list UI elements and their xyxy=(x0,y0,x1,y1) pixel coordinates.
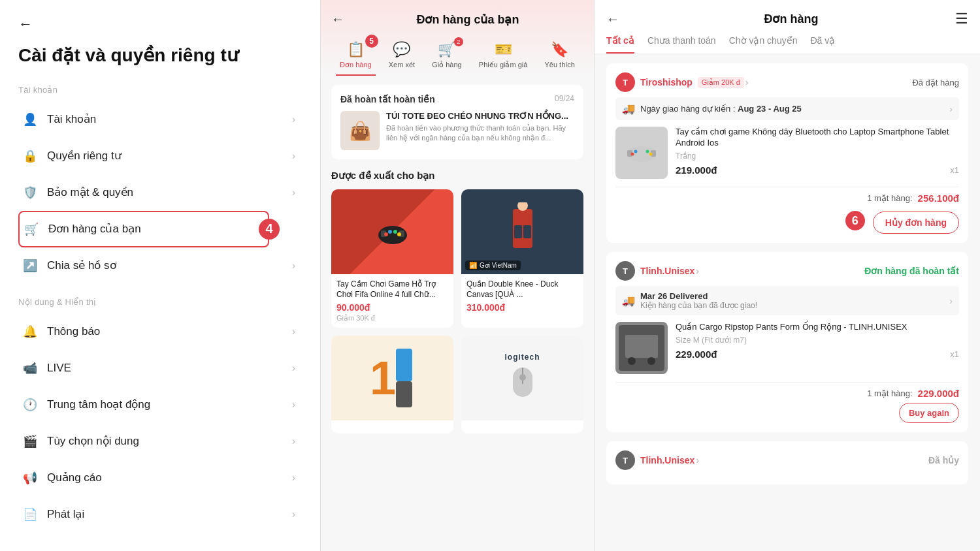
delivery-row-1[interactable]: 🚚 Ngày giao hàng dự kiến : Aug 23 - Aug … xyxy=(615,97,959,120)
video-icon: 📹 xyxy=(21,359,39,377)
menu-item-label: Tùy chọn nội dung xyxy=(47,434,292,448)
menu-item-tai-khoan[interactable]: 👤 Tài khoản › xyxy=(18,101,302,138)
total-label-1: 1 mặt hàng: xyxy=(867,193,912,203)
settings-back-button[interactable]: ← xyxy=(18,16,33,33)
product-info-2: Quần Cargo Ripstop Pants Form Ống Rộng -… xyxy=(676,322,959,360)
product-variant-1: Trắng xyxy=(676,151,959,161)
product-price-detail-2: 229.000đ xyxy=(676,349,717,360)
tab-da-van[interactable]: Đã vậ xyxy=(810,35,835,54)
detail-menu-button[interactable]: ☰ xyxy=(955,10,968,27)
tab-don-hang[interactable]: 📋 Đơn hàng 5 xyxy=(336,36,376,76)
menu-item-phat-lai[interactable]: 📄 Phát lại › xyxy=(18,496,302,533)
tab-cho-van-chuyen[interactable]: Chờ vận chuyển xyxy=(729,35,798,54)
cart-tab-badge: 2 xyxy=(454,37,463,46)
menu-item-don-hang[interactable]: 🛒 Đơn hàng của bạn › 4 xyxy=(18,211,269,247)
svg-point-23 xyxy=(649,153,653,156)
delivery-icon: 🚚 xyxy=(622,102,635,115)
chevron-right-icon: › xyxy=(292,326,295,338)
menu-item-label: LIVE xyxy=(47,362,292,375)
product-info-1: Tay cầm chơi game Không dây Bluetooth ch… xyxy=(676,127,959,176)
tab-chua-thanh-toan[interactable]: Chưa thanh toán xyxy=(647,35,716,54)
shield-icon: 🛡️ xyxy=(21,183,39,202)
shop-name-3[interactable]: Tlinh.Unisex xyxy=(640,455,694,465)
orders-body: Đã hoàn tất hoàn tiền 09/24 👜 TÚI TOTE Đ… xyxy=(321,76,594,542)
product-image-4: logitech xyxy=(461,336,583,420)
chevron-right-icon: › xyxy=(292,187,295,198)
delivery-icon-2: 🚚 xyxy=(622,294,635,307)
menu-item-quang-cao[interactable]: 📢 Quảng cáo › xyxy=(18,460,302,496)
product-card-1[interactable]: Tay Cầm Chơi Game Hỗ Trợ Chơi Fifa Onlin… xyxy=(331,189,453,328)
product-qty-2: x1 xyxy=(950,349,959,359)
product-card-4[interactable]: logitech xyxy=(461,336,583,433)
product-img-box-1 xyxy=(615,127,668,179)
cancel-order-button-1[interactable]: Hủy đơn hàng xyxy=(873,212,959,234)
total-row-1: 1 mặt hàng: 256.100đ xyxy=(615,187,959,204)
shop-avatar-1: T xyxy=(615,72,635,92)
menu-item-label: Trung tâm hoạt động xyxy=(47,398,292,411)
buy-again-btn-row: Buy again xyxy=(615,403,959,423)
order-item-text: TÚI TOTE ĐEO CHÉO NHUNG TRƠN HỒNG... Đã … xyxy=(386,111,574,144)
menu-item-trung-tam[interactable]: 🕐 Trung tâm hoạt động › xyxy=(18,386,302,423)
total-row-2: 1 mặt hàng: 229.000đ xyxy=(615,382,959,399)
product-image-2: 📶 Gơi VietNam xyxy=(461,189,583,274)
tab-label: Xem xét xyxy=(389,61,415,69)
shop-avatar-2: T xyxy=(615,261,635,281)
shop-row-2: T Tlinh.Unisex › Đơn hàng đã hoàn tất xyxy=(615,261,959,281)
delivery-text-1: Ngày giao hàng dự kiến : Aug 23 - Aug 25 xyxy=(640,104,802,114)
product-card-body-2: Quần Double Knee - Duck Canvas [QUÀ ... … xyxy=(461,274,583,319)
svg-point-6 xyxy=(397,232,401,236)
menu-item-label: Quyền riêng tư xyxy=(47,149,292,163)
menu-item-bao-mat[interactable]: 🛡️ Bảo mật & quyền › xyxy=(18,174,302,211)
shop-avatar-3: T xyxy=(615,450,635,470)
delivery-row-2[interactable]: 🚚 Mar 26 Delivered Kiện hàng của bạn đã … xyxy=(615,286,959,315)
detail-body: T Tiroshishop Giảm 20K đ › Đã đặt hàng 🚚… xyxy=(595,54,980,551)
total-label-2: 1 mặt hàng: xyxy=(867,388,912,398)
chevron-right-icon: › xyxy=(292,362,295,374)
menu-item-quyen-rieng-tu[interactable]: 🔒 Quyền riêng tư › xyxy=(18,138,302,174)
tab-xem-xet[interactable]: 💬 Xem xét xyxy=(385,36,419,76)
signal-icon: 📶 xyxy=(469,262,477,269)
total-amount-2: 229.000đ xyxy=(918,388,959,399)
buy-again-button[interactable]: Buy again xyxy=(899,403,959,423)
svg-rect-25 xyxy=(625,335,658,358)
orders-title: Đơn hàng của bạn xyxy=(352,12,583,27)
order-date: 09/24 xyxy=(555,94,574,103)
menu-item-label: Tài khoản xyxy=(47,112,292,126)
menu-item-live[interactable]: 📹 LIVE › xyxy=(18,350,302,386)
share-icon: ↗️ xyxy=(21,257,39,275)
menu-item-thong-bao[interactable]: 🔔 Thông báo › xyxy=(18,313,302,350)
svg-text:1: 1 xyxy=(370,352,396,404)
shop-name-2[interactable]: Tlinh.Unisex xyxy=(640,266,694,276)
chevron-right-icon: › xyxy=(292,114,295,125)
tab-label: Đơn hàng xyxy=(340,61,372,69)
svg-point-3 xyxy=(384,232,388,236)
tab-tat-ca[interactable]: Tất cả xyxy=(606,35,634,54)
wishlist-tab-icon: 🔖 xyxy=(551,41,568,58)
bell-icon: 🔔 xyxy=(21,323,39,341)
product-card-3[interactable]: 1 xyxy=(331,336,453,433)
menu-item-chia-se[interactable]: ↗️ Chia sẻ hồ sơ › xyxy=(18,247,302,284)
chevron-right-icon: › xyxy=(292,472,295,484)
tab-gio-hang[interactable]: 🛒 Giỏ hàng 2 xyxy=(428,36,466,76)
detail-back-button[interactable]: ← xyxy=(606,12,619,27)
menu-item-label: Chia sẻ hồ sơ xyxy=(47,259,292,272)
orders-back-button[interactable]: ← xyxy=(331,12,344,27)
svg-point-26 xyxy=(628,357,636,365)
product-card-body-3 xyxy=(331,420,453,433)
cancel-badge-6: 6 xyxy=(845,211,865,230)
product-name-detail-1: Tay cầm chơi game Không dây Bluetooth ch… xyxy=(676,127,959,149)
tab-phieu-giam-gia[interactable]: 🎫 Phiếu giảm giá xyxy=(475,36,532,76)
shop-name-1[interactable]: Tiroshishop xyxy=(640,77,693,87)
svg-point-5 xyxy=(393,230,397,234)
product-image-1 xyxy=(331,189,453,274)
shop-row-1: T Tiroshishop Giảm 20K đ › Đã đặt hàng xyxy=(615,72,959,92)
shop-discount-1: Giảm 20K đ xyxy=(698,77,744,88)
user-icon: 👤 xyxy=(21,110,39,129)
menu-item-tuy-chon[interactable]: 🎬 Tùy chọn nội dung › xyxy=(18,423,302,460)
live-badge-text: Gơi VietNam xyxy=(480,262,517,269)
tab-yeu-thich[interactable]: 🔖 Yêu thích xyxy=(540,36,578,76)
product-qty-1: x1 xyxy=(950,165,959,175)
svg-rect-12 xyxy=(396,349,412,381)
product-card-2[interactable]: 📶 Gơi VietNam Quần Double Knee - Duck Ca… xyxy=(461,189,583,328)
tab-label: Giỏ hàng xyxy=(432,61,462,69)
